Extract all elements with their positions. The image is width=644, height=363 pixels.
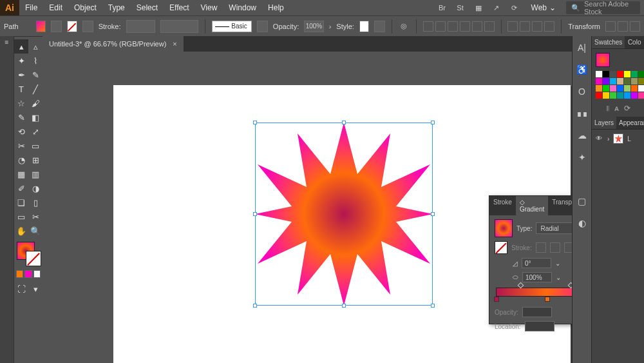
swatch-cell[interactable] [624, 85, 630, 92]
handle-tl[interactable] [253, 121, 257, 124]
stroke-dropdown[interactable] [82, 21, 93, 32]
magic-wand-tool-icon[interactable]: ✦ [14, 54, 28, 68]
menu-effect[interactable]: Effect [164, 0, 194, 15]
lasso-tool-icon[interactable]: ⌇ [28, 54, 43, 68]
vsp-dropdown[interactable] [160, 20, 198, 33]
swatch-cell[interactable] [631, 85, 638, 92]
handle-bm[interactable] [342, 304, 346, 308]
selection-tool-icon[interactable]: ▴ [14, 39, 28, 54]
gradient-stop-1[interactable] [494, 297, 499, 302]
layer-row[interactable]: 👁 › L [592, 130, 644, 148]
tab-layers[interactable]: Layers [592, 117, 616, 129]
document-tab[interactable]: Untitled-3* @ 66.67% (RGB/Preview) × [43, 36, 184, 52]
swatch-btn-1-icon[interactable]: ⫴ [606, 104, 609, 113]
swatch-btn-2-icon[interactable]: ᴀ [614, 104, 619, 113]
stroke-weight-input[interactable] [126, 20, 155, 33]
style-dropdown[interactable] [374, 21, 385, 32]
swatch-cell[interactable] [596, 85, 602, 92]
fill-stroke-control[interactable] [15, 240, 41, 266]
swatch-cell[interactable] [617, 78, 623, 84]
menu-edit[interactable]: Edit [43, 0, 68, 15]
fill-dropdown[interactable] [51, 21, 62, 32]
opacity-value[interactable]: 100% [304, 21, 323, 32]
search-stock-input[interactable]: 🔍 Search Adobe Stock [566, 1, 640, 14]
tab-appearance[interactable]: Appearanc [616, 117, 644, 129]
transform-label[interactable]: Transform [568, 23, 600, 30]
shaper-tool-icon[interactable]: ✎ [14, 110, 28, 124]
eyedropper-tool-icon[interactable]: ✐ [14, 181, 28, 195]
brush-definition[interactable]: Basic [212, 21, 252, 32]
menu-file[interactable]: File [19, 0, 43, 15]
gradient-stop-2[interactable] [545, 297, 550, 302]
grad-location-input[interactable] [525, 321, 554, 331]
gpu-icon[interactable]: ↗ [490, 1, 503, 14]
align-left-icon[interactable] [423, 21, 433, 32]
tab-gradient[interactable]: ◇ Gradient [516, 196, 548, 215]
swatch-cell[interactable] [638, 78, 644, 84]
hand-tool-icon[interactable]: ✋ [14, 224, 28, 238]
eye-icon[interactable]: 👁 [596, 135, 603, 142]
close-icon[interactable]: × [173, 40, 176, 48]
scale-tool-icon[interactable]: ⤢ [28, 124, 43, 139]
swatch-cell[interactable] [603, 71, 609, 77]
paintbrush-tool-icon[interactable]: 🖌 [28, 96, 43, 110]
swatch-cell[interactable] [610, 78, 616, 84]
symbols-panel-icon[interactable]: ✦ [576, 151, 589, 164]
shape-builder-tool-icon[interactable]: ◔ [14, 153, 28, 167]
swatch-cell[interactable] [610, 71, 616, 77]
swatch-cell[interactable] [610, 92, 616, 99]
tab-color[interactable]: Colo [625, 36, 644, 48]
swatch-cell[interactable] [624, 78, 630, 84]
fill-swatch[interactable] [36, 21, 46, 32]
chevron-right-icon[interactable]: › [607, 135, 609, 142]
transform-1-icon[interactable] [605, 21, 616, 32]
tab-swatches[interactable]: Swatches [592, 36, 625, 48]
symbol-sprayer-tool-icon[interactable]: ❏ [14, 195, 28, 210]
swatch-cell[interactable] [631, 92, 638, 99]
bridge-icon[interactable]: Br [436, 1, 449, 14]
swatch-cell[interactable] [603, 78, 609, 84]
menu-help[interactable]: Help [262, 0, 290, 15]
stroke-swatch[interactable] [67, 21, 77, 32]
swatch-cell[interactable] [603, 92, 609, 99]
align-panel-icon[interactable]: ∎∎ [576, 107, 589, 120]
swatch-cell[interactable] [596, 78, 602, 84]
change-screen-icon[interactable]: ▾ [28, 282, 43, 296]
handle-bl[interactable] [253, 304, 257, 308]
swatch-cell[interactable] [638, 71, 644, 77]
handle-tr[interactable] [431, 121, 435, 124]
opentype-panel-icon[interactable]: O [576, 85, 589, 98]
toolbox-stroke-icon[interactable] [26, 251, 41, 266]
character-panel-icon[interactable]: A| [576, 41, 589, 54]
handle-br[interactable] [431, 304, 435, 308]
libraries-panel-icon[interactable]: ☁ [576, 129, 589, 142]
grad-opacity-input[interactable] [522, 307, 552, 317]
free-transform-tool-icon[interactable]: ▭ [28, 139, 43, 153]
color-mode-3[interactable] [33, 270, 41, 278]
menu-select[interactable]: Select [131, 0, 164, 15]
swatch-cell[interactable] [617, 71, 623, 77]
dist-2-icon[interactable] [520, 21, 530, 32]
align-top-icon[interactable] [460, 21, 470, 32]
swatch-cell[interactable] [638, 92, 644, 99]
transform-2-icon[interactable] [618, 21, 628, 32]
swatch-cell[interactable] [596, 92, 602, 99]
swatch-cell[interactable] [624, 71, 630, 77]
stroke-grad-3-icon[interactable] [564, 242, 572, 253]
dist-3-icon[interactable] [532, 21, 542, 32]
transform-3-icon[interactable] [630, 21, 640, 32]
layer-name[interactable]: L [627, 135, 631, 142]
eraser-tool-icon[interactable]: ◧ [28, 110, 43, 124]
line-tool-icon[interactable]: ╱ [28, 82, 43, 96]
swatches-panel-icon[interactable]: ▢ [576, 195, 589, 208]
artboard-tool-icon[interactable]: ▭ [14, 210, 28, 224]
swatch-cell[interactable] [638, 85, 644, 92]
mesh-tool-icon[interactable]: ▦ [14, 167, 28, 181]
handle-tm[interactable] [342, 121, 346, 124]
dist-4-icon[interactable] [544, 21, 554, 32]
dist-1-icon[interactable] [507, 21, 518, 32]
swatch-cell[interactable] [631, 78, 638, 84]
handle-rm[interactable] [431, 212, 435, 216]
pen-tool-icon[interactable]: ✒ [14, 68, 28, 82]
swatch-btn-3-icon[interactable]: ⟳ [624, 104, 630, 113]
